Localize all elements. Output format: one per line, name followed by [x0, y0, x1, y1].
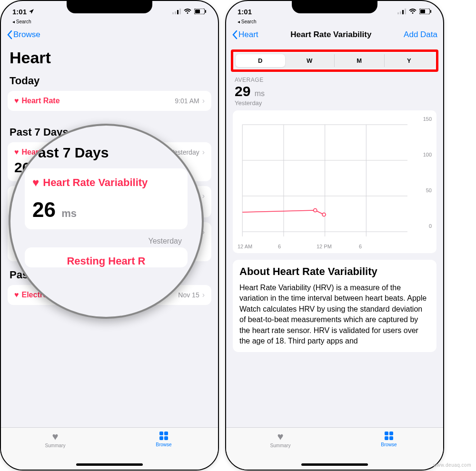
grid-icon — [384, 431, 394, 442]
timestamp: 9:01 AM — [175, 97, 199, 105]
hrv-chart[interactable]: 150 100 50 0 12 AM 6 12 PM 6 — [233, 110, 436, 253]
y-tick: 150 — [423, 116, 432, 122]
mag-section-title: Past 7 Days — [29, 145, 184, 161]
notch — [67, 1, 152, 13]
y-tick: 50 — [426, 187, 432, 193]
chart-svg — [238, 115, 432, 248]
svg-rect-2 — [177, 10, 178, 14]
heart-icon: ♥ — [52, 431, 58, 443]
svg-rect-8 — [159, 432, 163, 435]
tab-browse[interactable]: Browse — [370, 431, 408, 447]
page-title: Heart — [10, 49, 209, 67]
back-button[interactable]: Browse — [7, 30, 40, 39]
svg-rect-12 — [397, 12, 399, 14]
breadcrumb-search[interactable]: Search — [16, 19, 31, 24]
cell-signal-icon — [172, 8, 181, 16]
svg-rect-0 — [172, 12, 174, 14]
chevron-right-icon: › — [202, 148, 205, 157]
heart-icon: ♥ — [14, 291, 19, 299]
content-right: D W M Y AVERAGE 29 ms Yesterday — [226, 49, 443, 431]
mag-timestamp: Yesterday — [30, 237, 182, 245]
heart-icon: ♥ — [32, 176, 39, 189]
section-today: Today — [10, 75, 209, 87]
back-button[interactable]: Heart — [232, 30, 258, 39]
svg-point-29 — [322, 213, 326, 216]
svg-rect-15 — [405, 9, 406, 14]
nav-bar: Browse — [1, 24, 218, 45]
add-data-button[interactable]: Add Data — [404, 30, 437, 39]
svg-rect-14 — [402, 10, 404, 14]
segmented-highlight: D W M Y — [231, 49, 438, 72]
mag-value: 26 — [32, 198, 56, 221]
nav-title: Heart Rate Variability — [290, 30, 371, 39]
about-body: Heart Rate Variability (HRV) is a measur… — [239, 283, 430, 346]
heart-icon: ♥ — [14, 97, 19, 105]
x-tick: 6 — [359, 244, 362, 249]
tab-summary[interactable]: ♥ Summary — [261, 431, 299, 448]
svg-rect-9 — [164, 432, 168, 435]
chevron-right-icon: › — [202, 192, 205, 200]
svg-rect-33 — [389, 436, 393, 440]
svg-rect-31 — [389, 432, 393, 435]
x-tick: 12 AM — [238, 244, 252, 249]
card-heart-rate[interactable]: ♥ Heart Rate 9:01 AM › — [8, 91, 211, 111]
battery-icon — [194, 8, 207, 16]
breadcrumb-caret[interactable]: ◂ — [12, 19, 16, 24]
segment-month[interactable]: M — [335, 54, 385, 67]
svg-rect-7 — [205, 10, 206, 13]
svg-point-4 — [187, 12, 188, 14]
svg-rect-1 — [175, 11, 176, 14]
mag-resting-name: Resting Heart R — [32, 255, 180, 267]
battery-icon — [419, 8, 432, 16]
status-time: 1:01 — [238, 8, 252, 16]
breadcrumb-caret[interactable]: ◂ — [238, 19, 241, 24]
average-value: 29 — [235, 83, 250, 99]
watermark: www.deuaq.com — [433, 462, 471, 468]
breadcrumb-search[interactable]: Search — [241, 19, 257, 24]
svg-rect-11 — [164, 436, 168, 440]
wifi-icon — [184, 8, 191, 16]
svg-rect-30 — [385, 432, 388, 435]
back-label: Heart — [238, 30, 258, 39]
svg-rect-10 — [159, 436, 163, 440]
svg-rect-19 — [430, 10, 431, 13]
metric-name: Heart Rate — [22, 97, 60, 105]
tab-label: Browse — [156, 442, 171, 447]
cell-signal-icon — [397, 8, 406, 16]
svg-rect-32 — [385, 436, 388, 440]
wifi-icon — [409, 8, 416, 16]
about-card: About Heart Rate Variability Heart Rate … — [233, 260, 436, 352]
tab-browse[interactable]: Browse — [145, 431, 183, 447]
svg-rect-13 — [400, 11, 401, 14]
tab-label: Summary — [270, 443, 291, 448]
y-tick: 100 — [423, 152, 432, 157]
chevron-right-icon: › — [202, 97, 205, 105]
about-title: About Heart Rate Variability — [239, 265, 430, 278]
segment-year[interactable]: Y — [385, 54, 434, 67]
location-icon — [29, 8, 34, 16]
heart-icon: ♥ — [277, 431, 283, 443]
grid-icon — [159, 431, 169, 442]
x-tick: 12 PM — [317, 244, 332, 249]
svg-rect-18 — [420, 10, 425, 13]
chevron-right-icon: › — [202, 291, 205, 299]
tab-label: Browse — [381, 442, 397, 447]
magnifier-overlay: Past 7 Days ♥ Heart Rate Variability 26 … — [9, 124, 204, 319]
time-range-segmented[interactable]: D W M Y — [235, 53, 435, 68]
home-indicator[interactable] — [76, 463, 143, 466]
phone-right: 1:01 ◂ Search Heart Heart Rate Variabili… — [225, 0, 444, 471]
segment-day[interactable]: D — [236, 54, 285, 67]
notch — [292, 1, 377, 13]
segment-week[interactable]: W — [285, 54, 335, 67]
mag-card-hrv[interactable]: ♥ Heart Rate Variability 26 ms — [25, 168, 188, 229]
x-tick: 6 — [278, 244, 281, 249]
home-indicator[interactable] — [301, 463, 368, 466]
tab-summary[interactable]: ♥ Summary — [36, 431, 74, 448]
svg-rect-3 — [179, 9, 181, 14]
average-label: AVERAGE — [235, 77, 443, 83]
y-tick: 0 — [429, 223, 432, 229]
average-subtitle: Yesterday — [235, 99, 435, 107]
nav-bar: Heart Heart Rate Variability Add Data — [226, 24, 443, 45]
heart-icon: ♥ — [14, 148, 19, 157]
back-label: Browse — [13, 30, 40, 39]
